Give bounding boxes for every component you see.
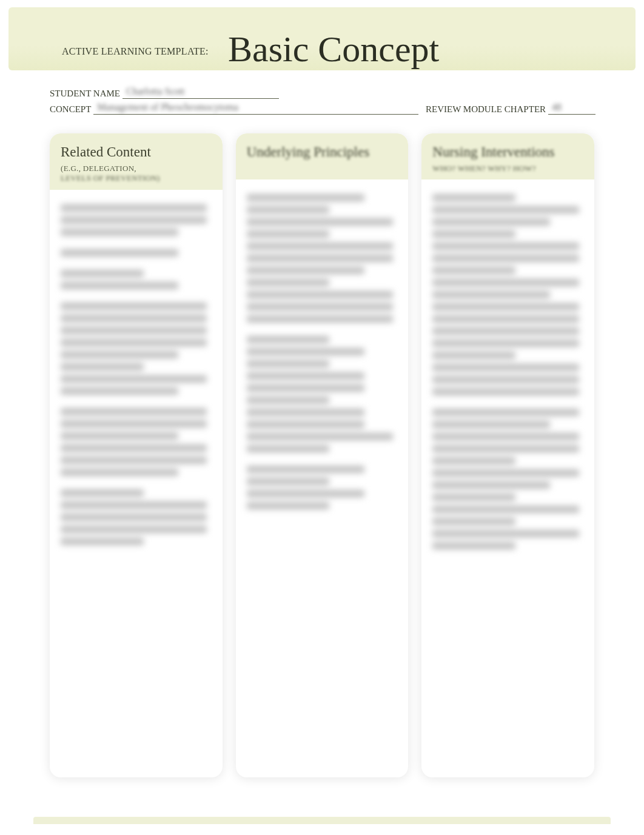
blurred-paragraph (247, 466, 398, 509)
card-head: Related Content (E.G., DELEGATION, LEVEL… (50, 133, 223, 190)
student-name-value: Charlotta Scott (126, 86, 184, 97)
student-name-field: STUDENT NAME Charlotta Scott (50, 86, 279, 99)
page: ACTIVE LEARNING TEMPLATE: Basic Concept … (0, 0, 644, 835)
blurred-paragraph (61, 204, 212, 236)
card-body (421, 179, 594, 574)
chapter-underline: 48 (548, 102, 595, 115)
card-title: Underlying Principles (247, 144, 398, 160)
card-subtitle-line1: (E.G., DELEGATION, (61, 164, 136, 173)
card-body (50, 190, 223, 569)
blurred-paragraph (247, 194, 398, 323)
chapter-label: REVIEW MODULE CHAPTER (426, 104, 546, 115)
card-body (236, 179, 409, 534)
chapter-field: REVIEW MODULE CHAPTER 48 (426, 102, 595, 115)
card-subtitle-line1: WHO? WHEN? WHY? HOW? (432, 164, 536, 173)
student-name-label: STUDENT NAME (50, 89, 120, 99)
concept-field: CONCEPT Management of Pheochromocytoma (50, 102, 418, 115)
card-head: Nursing Interventions WHO? WHEN? WHY? HO… (421, 133, 594, 179)
card-title: Related Content (61, 144, 212, 160)
card-subtitle: WHO? WHEN? WHY? HOW? (432, 164, 583, 173)
chapter-value: 48 (552, 102, 562, 113)
blurred-paragraph (61, 489, 212, 545)
concept-label: CONCEPT (50, 104, 91, 115)
card-head: Underlying Principles (236, 133, 409, 179)
blurred-paragraph (61, 303, 212, 395)
student-name-underline: Charlotta Scott (122, 86, 279, 99)
blurred-paragraph (432, 194, 583, 395)
blurred-paragraph (61, 408, 212, 476)
blurred-paragraph (61, 270, 212, 289)
blurred-paragraph (61, 249, 212, 257)
template-label: ACTIVE LEARNING TEMPLATE: (62, 46, 209, 57)
page-title: Basic Concept (228, 29, 439, 70)
card-subtitle (247, 164, 398, 173)
card-subtitle: (E.G., DELEGATION, LEVELS OF PREVENTION) (61, 164, 212, 184)
card-row: Related Content (E.G., DELEGATION, LEVEL… (50, 133, 594, 777)
blurred-paragraph (247, 336, 398, 452)
concept-underline: Management of Pheochromocytoma (93, 102, 418, 115)
card-underlying-principles: Underlying Principles (236, 133, 409, 777)
blurred-paragraph (432, 409, 583, 549)
card-title: Nursing Interventions (432, 144, 583, 160)
card-related-content: Related Content (E.G., DELEGATION, LEVEL… (50, 133, 223, 777)
card-subtitle-line2: LEVELS OF PREVENTION) (61, 173, 160, 183)
header-band: ACTIVE LEARNING TEMPLATE: Basic Concept (8, 7, 636, 70)
footer-band (33, 817, 611, 824)
concept-value: Management of Pheochromocytoma (97, 102, 238, 113)
card-nursing-interventions: Nursing Interventions WHO? WHEN? WHY? HO… (421, 133, 594, 777)
